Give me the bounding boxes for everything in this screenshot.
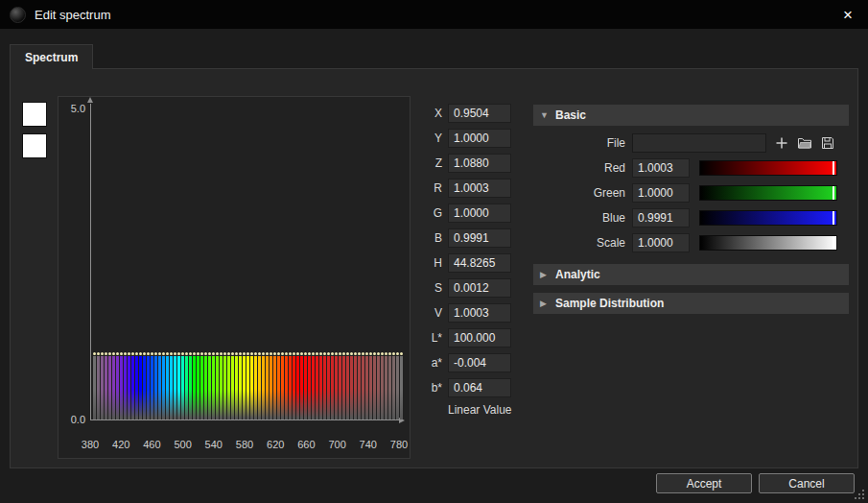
control-point-dot[interactable] (373, 352, 376, 355)
spectrum-sample[interactable] (243, 352, 246, 419)
control-point-dot[interactable] (335, 352, 338, 355)
control-point-dot[interactable] (212, 352, 215, 355)
control-point-dot[interactable] (388, 352, 391, 355)
green-slider-handle[interactable] (833, 186, 834, 200)
control-point-dot[interactable] (116, 352, 119, 355)
spectrum-sample[interactable] (281, 352, 284, 419)
spectrum-sample[interactable] (220, 352, 223, 419)
value-input-s[interactable] (448, 278, 511, 298)
spectrum-sample[interactable] (258, 352, 261, 419)
file-input[interactable] (632, 133, 766, 153)
control-point-dot[interactable] (323, 352, 326, 355)
spectrum-sample[interactable] (112, 352, 115, 419)
control-point-dot[interactable] (308, 352, 311, 355)
spectrum-sample[interactable] (369, 352, 372, 419)
control-point-dot[interactable] (108, 352, 111, 355)
spectrum-sample[interactable] (304, 352, 307, 419)
control-point-dot[interactable] (177, 352, 180, 355)
spectrum-sample[interactable] (93, 352, 96, 419)
green-value-input[interactable] (632, 183, 690, 203)
blue-slider-handle[interactable] (833, 211, 834, 225)
control-point-dot[interactable] (254, 352, 257, 355)
control-point-dot[interactable] (381, 352, 384, 355)
value-input-z[interactable] (448, 154, 511, 173)
spectrum-sample[interactable] (377, 352, 380, 419)
control-point-dot[interactable] (354, 352, 357, 355)
spectrum-sample[interactable] (139, 352, 142, 419)
spectrum-sample[interactable] (116, 352, 119, 419)
spectrum-sample[interactable] (181, 352, 184, 419)
spectrum-sample[interactable] (296, 352, 299, 419)
resize-grip[interactable] (862, 497, 864, 499)
control-point-dot[interactable] (208, 352, 211, 355)
control-point-dot[interactable] (319, 352, 322, 355)
section-analytic-header[interactable]: ▶ Analytic (533, 264, 849, 285)
control-point-dot[interactable] (197, 352, 199, 355)
value-input-x[interactable] (448, 104, 511, 123)
control-point-dot[interactable] (235, 352, 238, 355)
blue-value-input[interactable] (632, 208, 690, 228)
control-point-dot[interactable] (270, 352, 272, 355)
spectrum-sample[interactable] (385, 352, 387, 419)
cancel-button[interactable]: Cancel (759, 473, 855, 493)
spectrum-sample[interactable] (216, 352, 219, 419)
control-point-dot[interactable] (289, 352, 292, 355)
spectrum-sample[interactable] (162, 352, 165, 419)
spectrum-sample[interactable] (135, 352, 138, 419)
spectrum-sample[interactable] (193, 352, 196, 419)
spectrum-sample[interactable] (396, 352, 399, 419)
spectrum-sample[interactable] (154, 352, 157, 419)
control-point-dot[interactable] (143, 352, 146, 355)
spectrum-sample[interactable] (197, 352, 199, 419)
red-value-input[interactable] (632, 158, 690, 178)
spectrum-sample[interactable] (170, 352, 173, 419)
control-point-dot[interactable] (346, 352, 349, 355)
control-point-dot[interactable] (285, 352, 288, 355)
spectrum-sample[interactable] (185, 352, 188, 419)
spectrum-sample[interactable] (124, 352, 127, 419)
spectrum-sample[interactable] (388, 352, 391, 419)
spectrum-sample[interactable] (362, 352, 364, 419)
spectrum-sample[interactable] (151, 352, 153, 419)
value-input-v[interactable] (448, 303, 511, 323)
control-point-dot[interactable] (243, 352, 246, 355)
control-point-dot[interactable] (331, 352, 334, 355)
section-sample-distribution-header[interactable]: ▶ Sample Distribution (533, 293, 849, 314)
spectrum-sample[interactable] (266, 352, 269, 419)
spectrum-sample[interactable] (128, 352, 130, 419)
spectrum-sample[interactable] (239, 352, 242, 419)
control-point-dot[interactable] (120, 352, 123, 355)
spectrum-sample[interactable] (365, 352, 368, 419)
control-point-dot[interactable] (350, 352, 353, 355)
control-point-dot[interactable] (131, 352, 134, 355)
control-point-dot[interactable] (227, 352, 230, 355)
spectrum-sample[interactable] (108, 352, 111, 419)
plot-area[interactable] (90, 104, 399, 420)
value-input-h[interactable] (448, 253, 511, 273)
spectrum-sample[interactable] (246, 352, 249, 419)
spectrum-sample[interactable] (312, 352, 315, 419)
spectrum-sample[interactable] (323, 352, 326, 419)
spectrum-sample[interactable] (177, 352, 180, 419)
spectrum-sample[interactable] (166, 352, 169, 419)
value-input-as[interactable] (448, 353, 511, 372)
control-point-dot[interactable] (128, 352, 130, 355)
spectrum-sample[interactable] (105, 352, 107, 419)
value-input-r[interactable] (448, 179, 511, 198)
control-point-dot[interactable] (266, 352, 269, 355)
control-point-dot[interactable] (296, 352, 299, 355)
control-point-dot[interactable] (396, 352, 399, 355)
control-point-dot[interactable] (139, 352, 142, 355)
scale-value-input[interactable] (632, 233, 690, 252)
control-point-dot[interactable] (316, 352, 318, 355)
spectrum-sample[interactable] (131, 352, 134, 419)
control-point-dot[interactable] (246, 352, 249, 355)
red-slider[interactable] (699, 160, 837, 176)
control-point-dot[interactable] (300, 352, 303, 355)
spectrum-sample[interactable] (231, 352, 234, 419)
spectrum-sample[interactable] (373, 352, 376, 419)
control-point-dot[interactable] (262, 352, 265, 355)
control-point-dot[interactable] (124, 352, 127, 355)
control-point-dot[interactable] (220, 352, 223, 355)
spectrum-sample[interactable] (120, 352, 123, 419)
